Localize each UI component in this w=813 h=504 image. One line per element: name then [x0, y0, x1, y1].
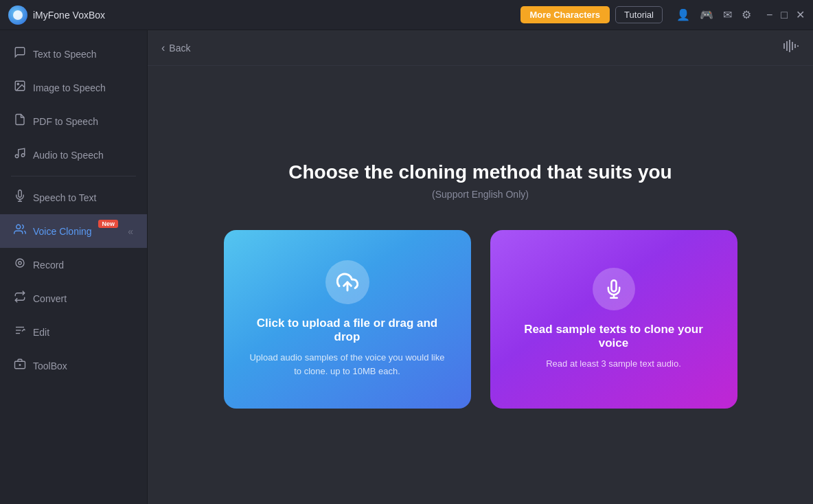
settings-icon[interactable]: ⚙ — [742, 8, 751, 21]
upload-card-description: Upload audio samples of the voice you wo… — [246, 351, 449, 378]
svg-point-3 — [21, 154, 25, 157]
more-characters-button[interactable]: More Characters — [520, 6, 610, 23]
image-to-speech-label: Image to Speech — [33, 82, 106, 93]
app-body: Text to Speech Image to Speech PDF to Sp… — [0, 30, 813, 504]
account-icon[interactable]: 👤 — [676, 8, 690, 21]
maximize-button[interactable]: □ — [781, 10, 788, 21]
pdf-to-speech-label: PDF to Speech — [33, 116, 98, 127]
upload-icon — [325, 260, 369, 304]
main-content: ‹ Back Choose the cloning method that su… — [148, 30, 813, 504]
pdf-to-speech-icon — [14, 113, 26, 129]
upload-card-title: Click to upload a file or drag and drop — [246, 317, 449, 344]
app-logo — [8, 5, 27, 25]
speech-to-text-icon — [14, 190, 26, 205]
audio-to-speech-label: Audio to Speech — [33, 150, 104, 161]
svg-point-6 — [16, 225, 21, 229]
titlebar: iMyFone VoxBox More Characters Tutorial … — [0, 0, 813, 30]
svg-point-1 — [17, 83, 19, 84]
sidebar-item-edit[interactable]: Edit — [0, 315, 147, 349]
text-to-speech-icon — [14, 46, 26, 62]
record-card[interactable]: Read sample texts to clone your voice Re… — [490, 230, 737, 409]
record-icon — [14, 257, 26, 273]
content-topbar: ‹ Back — [148, 30, 813, 66]
sidebar-item-convert[interactable]: Convert — [0, 282, 147, 315]
titlebar-actions: More Characters Tutorial 👤 🎮 ✉ ⚙ − □ ✕ — [520, 6, 805, 23]
microphone-icon — [593, 268, 635, 310]
content-area: Choose the cloning method that suits you… — [148, 66, 813, 504]
page-subtitle: (Support English Only) — [432, 189, 529, 200]
speech-to-text-label: Speech to Text — [33, 192, 96, 203]
cards-row: Click to upload a file or drag and drop … — [224, 230, 737, 409]
convert-icon — [14, 290, 26, 306]
record-card-title: Read sample texts to clone your voice — [512, 323, 715, 350]
sidebar-item-speech-to-text[interactable]: Speech to Text — [0, 181, 147, 214]
back-button[interactable]: ‹ Back — [161, 42, 190, 54]
titlebar-icons: 👤 🎮 ✉ ⚙ — [676, 8, 751, 21]
edit-label: Edit — [33, 327, 49, 338]
upload-card[interactable]: Click to upload a file or drag and drop … — [224, 230, 471, 409]
page-title: Choose the cloning method that suits you — [288, 161, 672, 183]
mail-icon[interactable]: ✉ — [723, 8, 732, 21]
voice-cloning-label: Voice Cloning — [33, 226, 92, 237]
convert-label: Convert — [33, 293, 67, 304]
toolbox-icon — [14, 358, 26, 374]
collapse-sidebar-button[interactable]: « — [128, 226, 133, 237]
window-controls: − □ ✕ — [766, 10, 805, 21]
sidebar-item-toolbox[interactable]: ToolBox — [0, 349, 147, 382]
back-label: Back — [169, 43, 190, 54]
svg-point-7 — [16, 259, 24, 267]
back-arrow-icon: ‹ — [161, 42, 165, 54]
sidebar-item-record[interactable]: Record — [0, 248, 147, 282]
image-to-speech-icon — [14, 80, 26, 95]
toolbox-label: ToolBox — [33, 360, 67, 371]
sidebar-item-image-to-speech[interactable]: Image to Speech — [0, 71, 147, 104]
record-card-description: Read at least 3 sample text audio. — [546, 357, 681, 371]
close-button[interactable]: ✕ — [796, 10, 805, 21]
controller-icon[interactable]: 🎮 — [700, 8, 713, 21]
record-label: Record — [33, 260, 64, 271]
svg-point-2 — [15, 154, 19, 158]
sidebar-item-voice-cloning[interactable]: Voice Cloning New « — [0, 214, 147, 248]
audio-to-speech-icon — [14, 147, 26, 163]
sidebar-item-pdf-to-speech[interactable]: PDF to Speech — [0, 104, 147, 138]
waveform-icon — [781, 38, 799, 58]
sidebar: Text to Speech Image to Speech PDF to Sp… — [0, 30, 148, 504]
sidebar-item-text-to-speech[interactable]: Text to Speech — [0, 37, 147, 71]
edit-icon — [14, 324, 26, 340]
svg-point-8 — [19, 262, 22, 265]
text-to-speech-label: Text to Speech — [33, 49, 97, 60]
new-badge: New — [98, 220, 118, 228]
sidebar-item-audio-to-speech[interactable]: Audio to Speech — [0, 138, 147, 172]
app-title: iMyFone VoxBox — [33, 10, 520, 21]
nav-divider — [11, 176, 136, 176]
tutorial-button[interactable]: Tutorial — [615, 6, 663, 23]
voice-cloning-icon — [14, 223, 26, 239]
minimize-button[interactable]: − — [766, 10, 772, 21]
